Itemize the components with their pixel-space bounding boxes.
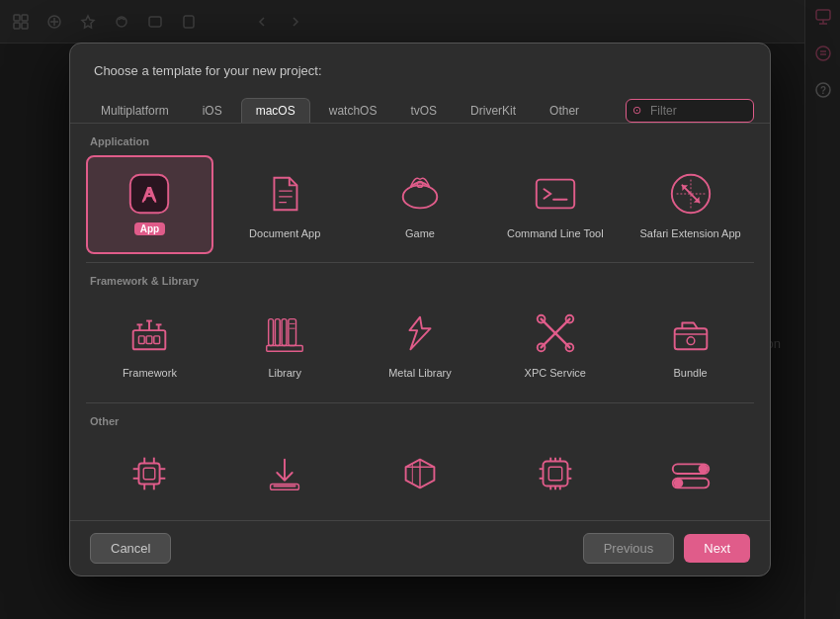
svg-rect-43: [269, 319, 274, 346]
command-line-icon: [531, 169, 580, 219]
filter-container: ⊙: [626, 99, 754, 123]
svg-rect-67: [271, 484, 299, 489]
svg-point-86: [673, 478, 683, 487]
section-other-header: Other: [86, 403, 754, 435]
section-framework-header: Framework & Library: [86, 263, 754, 295]
metal-library-label: Metal Library: [388, 366, 452, 380]
safari-icon: [666, 169, 715, 219]
modal-header: Choose a template for your new project:: [70, 44, 770, 90]
template-other-1[interactable]: [86, 435, 213, 520]
tab-ios[interactable]: iOS: [188, 98, 237, 123]
svg-rect-34: [147, 336, 153, 344]
svg-rect-46: [289, 319, 296, 346]
template-xpc-service[interactable]: XPC Service: [491, 295, 619, 394]
svg-rect-42: [267, 346, 302, 352]
filter-input[interactable]: [626, 99, 754, 123]
svg-rect-57: [139, 463, 160, 484]
tab-other[interactable]: Other: [535, 98, 594, 123]
template-library[interactable]: Library: [221, 295, 349, 394]
xpc-label: XPC Service: [525, 366, 586, 380]
svg-point-84: [698, 464, 708, 474]
other-grid: [86, 435, 754, 520]
download-icon: [260, 449, 309, 498]
svg-rect-66: [144, 468, 156, 480]
metal-icon: [395, 309, 445, 358]
document-app-label: Document App: [249, 226, 320, 240]
template-app[interactable]: A App: [86, 155, 213, 254]
toggle-icon: [666, 449, 715, 498]
svg-rect-72: [548, 467, 561, 480]
template-bundle[interactable]: Bundle: [627, 295, 754, 394]
tab-multiplatform[interactable]: Multiplatform: [86, 98, 184, 123]
game-label: Game: [405, 226, 435, 240]
tab-macos[interactable]: macOS: [241, 98, 310, 123]
template-other-5[interactable]: [627, 435, 754, 520]
template-safari-extension[interactable]: Safari Extension App: [627, 155, 754, 254]
library-icon: [260, 309, 309, 358]
tab-watchos[interactable]: watchOS: [314, 98, 392, 123]
template-metal-library[interactable]: Metal Library: [357, 295, 484, 394]
framework-grid: Framework: [86, 295, 754, 401]
application-grid: A App: [86, 155, 754, 262]
xpc-icon: [531, 309, 580, 358]
svg-rect-45: [282, 319, 287, 346]
dialog-title: Choose a template for your new project:: [94, 63, 746, 78]
tab-driverkit[interactable]: DriverKit: [456, 98, 531, 123]
modal-overlay: Choose a template for your new project: …: [0, 0, 840, 619]
template-command-line-tool[interactable]: Command Line Tool: [491, 155, 619, 254]
processor-icon: [531, 449, 580, 498]
template-other-4[interactable]: [491, 435, 619, 520]
modal-footer: Cancel Previous Next: [70, 520, 770, 575]
template-other-3[interactable]: [357, 435, 484, 520]
template-content: Application A App: [70, 124, 770, 520]
svg-point-22: [403, 185, 438, 208]
svg-rect-24: [537, 180, 574, 209]
svg-rect-55: [674, 328, 707, 349]
template-framework[interactable]: Framework: [86, 295, 213, 394]
svg-point-56: [687, 337, 695, 345]
bundle-label: Bundle: [673, 366, 707, 380]
cancel-button[interactable]: Cancel: [90, 533, 171, 564]
template-dialog: Choose a template for your new project: …: [69, 43, 771, 576]
template-document-app[interactable]: Document App: [221, 155, 349, 254]
svg-rect-35: [154, 336, 160, 344]
package-icon: [395, 449, 445, 498]
template-other-2[interactable]: [221, 435, 349, 520]
framework-icon: [125, 309, 174, 358]
chip-icon: [125, 449, 174, 498]
svg-rect-44: [276, 319, 281, 346]
filter-icon: ⊙: [632, 104, 641, 117]
svg-rect-33: [139, 336, 145, 344]
document-app-icon: [260, 169, 309, 219]
safari-extension-label: Safari Extension App: [640, 226, 741, 240]
svg-rect-32: [133, 330, 166, 349]
previous-button[interactable]: Previous: [583, 533, 675, 564]
template-game[interactable]: Game: [357, 155, 484, 254]
app-icon: A: [125, 169, 174, 219]
next-button[interactable]: Next: [684, 534, 750, 563]
section-application-header: Application: [86, 124, 754, 155]
bundle-icon: [666, 309, 715, 358]
library-label: Library: [268, 366, 301, 380]
game-icon: [395, 169, 445, 219]
tab-tvos[interactable]: tvOS: [395, 98, 452, 123]
framework-label: Framework: [123, 366, 177, 380]
platform-tabs: Multiplatform iOS macOS watchOS tvOS Dri…: [70, 90, 770, 124]
svg-rect-71: [543, 461, 567, 486]
command-line-label: Command Line Tool: [507, 226, 604, 240]
app-badge: App: [134, 222, 165, 235]
